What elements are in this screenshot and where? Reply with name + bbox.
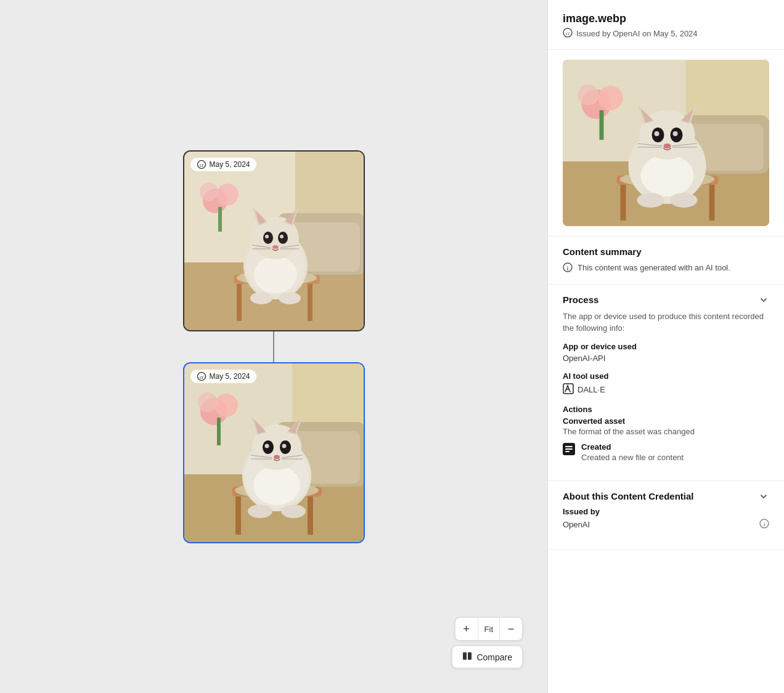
- app-value: OpenAI-API: [563, 354, 769, 363]
- svg-text:cr: cr: [566, 31, 570, 36]
- panel-subtitle: cr Issued by OpenAI on May 5, 2024: [563, 28, 769, 39]
- svg-point-34: [279, 292, 301, 304]
- svg-point-62: [282, 444, 286, 448]
- svg-rect-13: [237, 284, 242, 321]
- bottom-image-card[interactable]: cr May 5, 2024: [183, 362, 365, 543]
- process-section: Process The app or device used to produc…: [548, 285, 784, 481]
- actions-field-block: Actions Converted asset The format of th…: [563, 405, 769, 462]
- zoom-out-button[interactable]: −: [500, 618, 522, 640]
- created-icon: [563, 443, 575, 455]
- svg-rect-49: [308, 496, 313, 535]
- issued-by-value: OpenAI: [563, 520, 590, 529]
- svg-text:i: i: [567, 265, 569, 272]
- right-panel: image.webp cr Issued by OpenAI on May 5,…: [547, 0, 784, 693]
- dalle-icon: [563, 383, 574, 396]
- svg-rect-83: [600, 110, 604, 140]
- svg-point-61: [264, 444, 269, 448]
- compare-label: Compare: [476, 652, 512, 662]
- svg-rect-14: [308, 284, 312, 321]
- svg-point-27: [280, 235, 284, 238]
- canvas-toolbar: + Fit − Compare: [452, 617, 523, 668]
- content-summary-text: This content was generated with an AI to…: [578, 262, 730, 274]
- panel-header: image.webp cr Issued by OpenAI on May 5,…: [548, 0, 784, 50]
- panel-image-preview: [548, 50, 784, 237]
- svg-rect-46: [217, 418, 221, 445]
- cr-icon-bottom: cr: [197, 371, 206, 381]
- svg-point-89: [641, 155, 694, 197]
- svg-point-10: [200, 182, 218, 201]
- app-label: App or device used: [563, 342, 769, 351]
- preview-image-box: [563, 60, 769, 226]
- svg-rect-111: [565, 448, 573, 450]
- svg-point-99: [664, 144, 671, 148]
- cr-icon-top: cr: [197, 160, 206, 169]
- content-summary-info: i This content was generated with an AI …: [563, 262, 769, 274]
- svg-point-68: [248, 505, 272, 518]
- svg-point-98: [673, 131, 678, 136]
- svg-rect-11: [218, 207, 222, 232]
- about-title: About this Content Credential: [563, 491, 694, 501]
- svg-rect-108: [563, 384, 573, 394]
- action-item-created: Created Created a new file or content: [563, 442, 769, 462]
- svg-rect-85: [621, 185, 626, 221]
- content-summary-header: Content summary: [563, 246, 769, 257]
- canvas-content: cr May 5, 2024: [183, 150, 365, 543]
- process-description: The app or device used to produce this c…: [563, 310, 769, 334]
- ai-tool-value-container: DALL·E: [563, 383, 769, 396]
- issued-by-label: Issued by: [563, 507, 769, 516]
- action-created-title: Created: [581, 442, 684, 452]
- about-chevron-icon[interactable]: [758, 491, 769, 502]
- svg-rect-71: [468, 652, 472, 660]
- process-chevron-icon[interactable]: [758, 294, 769, 306]
- ai-tool-field-block: AI tool used DALL·E: [563, 371, 769, 396]
- svg-rect-48: [235, 496, 241, 535]
- info-circle-icon: i: [563, 262, 573, 272]
- svg-point-81: [598, 86, 623, 110]
- svg-point-82: [578, 84, 599, 105]
- svg-point-28: [272, 245, 279, 249]
- svg-point-105: [671, 193, 698, 208]
- action-created-desc: Created a new file or content: [581, 453, 684, 462]
- ai-tool-value: DALL·E: [578, 385, 605, 394]
- zoom-in-button[interactable]: +: [455, 618, 478, 640]
- svg-rect-112: [565, 451, 570, 452]
- about-section: About this Content Credential Issued by …: [548, 481, 784, 549]
- compare-icon: [462, 651, 472, 663]
- bottom-date-badge: cr May 5, 2024: [190, 370, 256, 383]
- panel-issued-by: Issued by OpenAI on May 5, 2024: [576, 29, 698, 38]
- process-header: Process: [563, 294, 769, 306]
- app-field-block: App or device used OpenAI-API: [563, 342, 769, 363]
- connector-line: [273, 331, 274, 362]
- svg-point-104: [637, 193, 664, 208]
- zoom-fit-label: Fit: [478, 618, 500, 640]
- svg-point-26: [265, 235, 269, 238]
- cr-badge-icon: cr: [563, 28, 573, 39]
- compare-button[interactable]: Compare: [452, 646, 523, 668]
- content-summary-title: Content summary: [563, 246, 642, 257]
- issued-by-value-container: OpenAI i: [563, 519, 769, 530]
- svg-point-97: [655, 131, 659, 136]
- svg-rect-70: [463, 652, 467, 660]
- svg-rect-86: [709, 185, 715, 221]
- svg-point-9: [216, 184, 239, 206]
- svg-point-45: [198, 392, 218, 412]
- canvas-area: cr May 5, 2024: [0, 0, 547, 693]
- top-date-text: May 5, 2024: [210, 160, 250, 169]
- panel-file-name: image.webp: [563, 12, 769, 25]
- ai-tool-label: AI tool used: [563, 371, 769, 381]
- content-summary-section: Content summary i This content was gener…: [548, 237, 784, 285]
- top-date-badge: cr May 5, 2024: [190, 158, 256, 171]
- svg-text:cr: cr: [199, 162, 203, 168]
- action-converted-desc: The format of the asset was changed: [563, 427, 769, 436]
- svg-text:cr: cr: [199, 374, 203, 379]
- svg-point-44: [214, 394, 238, 417]
- action-item-converted: Converted asset The format of the asset …: [563, 416, 769, 436]
- svg-point-33: [250, 292, 272, 304]
- actions-label: Actions: [563, 405, 769, 414]
- svg-text:i: i: [764, 521, 766, 527]
- issued-by-info-icon[interactable]: i: [759, 519, 769, 530]
- about-header: About this Content Credential: [563, 491, 769, 502]
- actions-list: Converted asset The format of the asset …: [563, 416, 769, 462]
- top-image-card[interactable]: cr May 5, 2024: [183, 150, 365, 331]
- zoom-controls: + Fit −: [455, 617, 523, 641]
